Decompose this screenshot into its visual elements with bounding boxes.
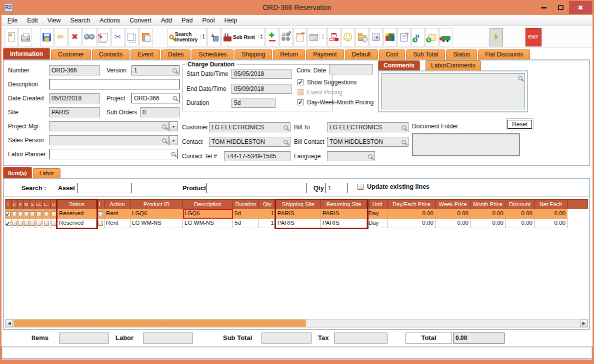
copy-button[interactable] xyxy=(125,28,138,46)
menu-view[interactable]: View xyxy=(48,17,61,24)
contact-field[interactable]: TOM HIDDLESTON xyxy=(209,137,290,147)
row-checkbox[interactable] xyxy=(6,211,10,216)
row-checkbox[interactable] xyxy=(30,221,35,226)
row-checkbox[interactable] xyxy=(12,211,17,216)
menu-help[interactable]: Help xyxy=(224,17,238,24)
tab-customer[interactable]: Customer xyxy=(51,49,91,59)
col-header-s[interactable]: S xyxy=(30,199,36,209)
table-row[interactable]: Reserved Rent LG WM-NS LG WM-NS 5d 1 PAR… xyxy=(5,219,588,228)
contact-button[interactable]: ☺ xyxy=(341,28,355,46)
language-lookup-icon[interactable] xyxy=(368,154,372,159)
col-header-unit[interactable]: Unit xyxy=(367,199,388,209)
col-header-status[interactable]: Status xyxy=(58,199,96,209)
search-inventory-button[interactable]: SearchInventory xyxy=(167,28,207,46)
project-lookup-icon[interactable] xyxy=(172,96,177,100)
col-header-l[interactable]: L xyxy=(96,199,104,209)
calendar-button[interactable] xyxy=(308,28,326,46)
project-mgr-dropdown[interactable] xyxy=(169,121,178,131)
cell-net-each[interactable]: 0.00 xyxy=(534,209,568,219)
dropdown-arrows-icon[interactable] xyxy=(200,34,205,39)
cell-description[interactable]: LGQ6 xyxy=(183,209,233,219)
shortcut-button[interactable] xyxy=(370,28,383,46)
row-checkbox[interactable] xyxy=(18,211,23,216)
cell-description[interactable]: LG WM-NS xyxy=(183,219,233,228)
new-button[interactable] xyxy=(4,28,18,46)
cell-net-each[interactable]: 0.00 xyxy=(534,219,568,228)
version-field[interactable]: 1 xyxy=(132,65,180,75)
tab-sub-total[interactable]: Sub Total xyxy=(406,49,445,59)
asset-input[interactable] xyxy=(77,183,132,193)
col-header-t[interactable]: T xyxy=(5,199,12,209)
cell-qty[interactable]: 1 xyxy=(259,209,276,219)
update-existing-lines-checkbox[interactable] xyxy=(358,184,364,190)
minimize-button[interactable] xyxy=(535,1,552,14)
col-header-day-each-price[interactable]: Day/Each Price xyxy=(388,199,436,209)
cell-week-price[interactable]: 0.00 xyxy=(436,209,470,219)
row-checkbox[interactable] xyxy=(36,221,42,226)
bill-contact-field[interactable]: TOM HIDDLESTON xyxy=(327,137,408,147)
org-chart-button[interactable] xyxy=(327,28,340,46)
table-row[interactable]: Reserved Rent LGQ6 LGQ6 5d 1 PARIS PARIS… xyxy=(5,209,588,219)
billing-button[interactable] xyxy=(426,28,439,46)
copy-special-button[interactable] xyxy=(97,28,110,46)
col-header-discount[interactable]: Discount xyxy=(506,199,534,209)
cell-status[interactable]: Reserved xyxy=(58,209,96,219)
cell-status[interactable]: Reserved xyxy=(58,219,96,228)
tab-dates[interactable]: Dates xyxy=(161,49,190,59)
col-header-description[interactable]: Description xyxy=(183,199,233,209)
inventory-cubes-button[interactable] xyxy=(384,28,397,46)
description-field[interactable] xyxy=(49,79,180,89)
cell-discount[interactable]: 0.00 xyxy=(506,219,534,228)
cell-returning-site[interactable]: PARIS xyxy=(321,209,367,219)
contact-lookup-icon[interactable] xyxy=(284,140,288,144)
menu-search[interactable]: Search xyxy=(70,17,90,24)
menu-pad[interactable]: Pad xyxy=(182,17,192,24)
col-header-shipping-site[interactable]: Shipping Site xyxy=(276,199,321,209)
col-header-idots[interactable]: I... xyxy=(42,199,50,209)
show-suggestions-checkbox[interactable] xyxy=(298,79,304,85)
col-header-qty[interactable]: Qty xyxy=(259,199,276,209)
tab-labor[interactable]: Labor xyxy=(33,168,60,178)
customer-lookup-icon[interactable] xyxy=(284,125,288,130)
add-line-button[interactable] xyxy=(266,28,279,46)
col-header-duration[interactable]: Duration xyxy=(233,199,259,209)
cell-shipping-site[interactable]: PARIS xyxy=(276,219,321,228)
cell-unit[interactable]: Day xyxy=(367,209,388,219)
cell-month-price[interactable]: 0.00 xyxy=(470,219,506,228)
tab-information[interactable]: Information xyxy=(3,48,50,59)
cell-returning-site[interactable]: PARIS xyxy=(321,219,367,228)
qty-input[interactable]: 1 xyxy=(326,183,348,193)
row-checkbox[interactable] xyxy=(36,211,42,216)
project-mgr-lookup-icon[interactable] xyxy=(162,124,166,129)
labor-planner-field[interactable] xyxy=(49,149,178,159)
cell-day-each-price[interactable]: 0.00 xyxy=(388,209,436,219)
tab-comments[interactable]: Comments xyxy=(378,60,420,70)
sales-person-field[interactable] xyxy=(49,135,169,145)
cell-month-price[interactable]: 0.00 xyxy=(470,209,506,219)
cell-duration[interactable]: 5d xyxy=(233,209,259,219)
tab-schedules[interactable]: Schedules xyxy=(192,49,234,59)
reset-button[interactable]: Reset xyxy=(508,120,532,129)
project-field[interactable]: ORD-366 xyxy=(132,93,180,103)
close-button[interactable]: ✖ xyxy=(569,1,592,14)
sales-person-dropdown[interactable] xyxy=(169,135,178,145)
paste-button[interactable] xyxy=(139,28,152,46)
col-header-c[interactable]: C xyxy=(12,199,18,209)
sub-rent-button[interactable]: Sub Rent xyxy=(222,28,265,46)
folder-history-button[interactable] xyxy=(356,28,369,46)
menu-file[interactable]: File xyxy=(8,17,18,24)
cell-day-each-price[interactable]: 0.00 xyxy=(388,219,436,228)
product-input[interactable] xyxy=(206,183,306,193)
row-checkbox[interactable] xyxy=(52,221,56,226)
tab-items[interactable]: Item(s) xyxy=(3,167,32,178)
comments-textarea[interactable] xyxy=(381,73,525,109)
scroll-right-button[interactable]: ▶ xyxy=(580,320,588,327)
print-button[interactable] xyxy=(18,28,32,46)
bill-to-field[interactable]: LG ELECTRONICS xyxy=(327,122,408,132)
row-checkbox[interactable] xyxy=(18,221,23,226)
exit-button[interactable]: EXIT xyxy=(526,28,542,46)
cell-week-price[interactable]: 0.00 xyxy=(436,219,470,228)
menu-pool[interactable]: Pool xyxy=(202,17,214,24)
row-checkbox[interactable] xyxy=(52,211,56,216)
row-checkbox[interactable] xyxy=(24,211,29,216)
